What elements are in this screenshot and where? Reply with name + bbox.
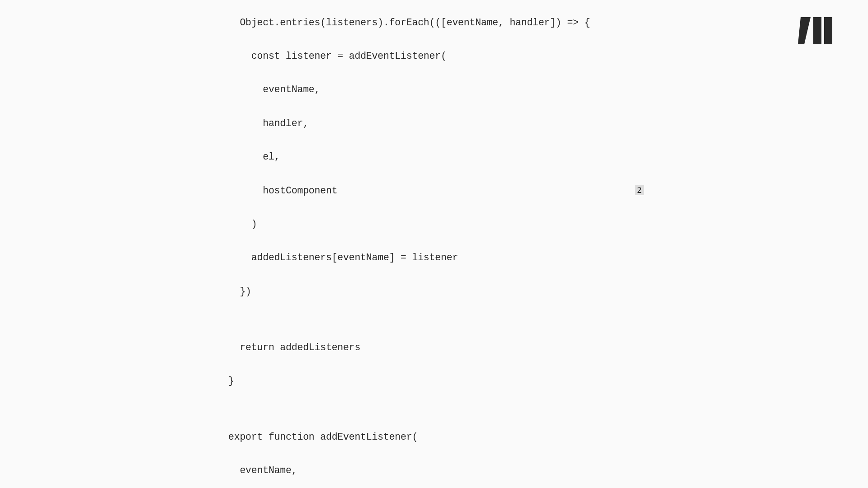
code-line: el, [228, 151, 644, 163]
code-line: ) [228, 219, 644, 230]
annotation-badge-2: 2 [635, 185, 645, 195]
code-line: eventName, [228, 465, 644, 476]
code-line: eventName, [228, 84, 644, 95]
code-line: }) [228, 286, 644, 297]
code-line: handler, [228, 118, 644, 129]
svg-rect-2 [824, 17, 832, 44]
publisher-logo [798, 17, 834, 44]
code-line: return addedListeners [228, 342, 644, 353]
listing-content: Object.entries(listeners).forEach(([even… [228, 0, 644, 488]
code-line: const listener = addEventListener( [228, 51, 644, 62]
code-line: } [228, 375, 644, 387]
code-block: Object.entries(listeners).forEach(([even… [228, 0, 644, 488]
code-line: Object.entries(listeners).forEach(([even… [228, 17, 644, 28]
code-line: export function addEventListener( [228, 432, 644, 443]
svg-marker-0 [798, 17, 811, 44]
code-line: addedListeners[eventName] = listener [228, 252, 644, 263]
code-text: hostComponent [228, 185, 337, 196]
svg-rect-1 [813, 17, 821, 44]
code-line: hostComponent2 [228, 185, 644, 197]
